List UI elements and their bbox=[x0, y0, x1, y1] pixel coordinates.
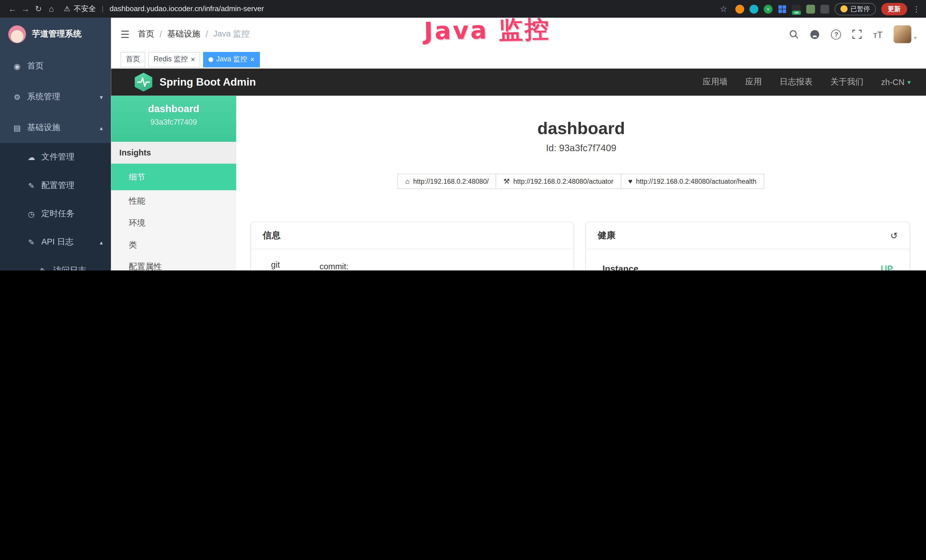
page-subtitle: Id: 93a3fc7f7409 bbox=[236, 143, 926, 153]
tab-label: 首页 bbox=[126, 54, 140, 65]
header-actions: ? тT ▾ bbox=[778, 26, 917, 43]
fullscreen-icon[interactable] bbox=[852, 30, 862, 39]
main-area: ☰ 首页 / 基础设施 / Java 监控 ? тT bbox=[111, 18, 926, 271]
tab-label: Redis 监控 bbox=[153, 54, 188, 65]
breadcrumb-infra[interactable]: 基础设施 bbox=[167, 29, 200, 39]
breadcrumb-home[interactable]: 首页 bbox=[138, 29, 154, 39]
profile-avatar-icon bbox=[840, 5, 847, 12]
extension-icon-leaf[interactable] bbox=[806, 5, 815, 14]
sidebar-item-label: API 日志 bbox=[41, 237, 74, 247]
app-logo[interactable]: 芋道管理系统 bbox=[0, 18, 111, 51]
reload-icon[interactable]: ↻ bbox=[32, 4, 45, 14]
card-title: 健康 bbox=[598, 230, 616, 241]
browser-toolbar-right: ☆ v on 已暂停 更新 ⋮ bbox=[717, 3, 920, 15]
sidebar-item-infra[interactable]: ▤ 基础设施 ▴ bbox=[0, 112, 111, 143]
app-header: ☰ 首页 / 基础设施 / Java 监控 ? тT bbox=[111, 18, 926, 51]
sidebar-item-config[interactable]: ✎ 配置管理 bbox=[0, 171, 111, 200]
sidebar-section-insights: Insights bbox=[111, 142, 236, 164]
clock-icon: ◷ bbox=[26, 209, 36, 218]
bookmark-star-icon[interactable]: ☆ bbox=[717, 4, 730, 14]
sidebar-item-home[interactable]: ◉ 首页 bbox=[0, 51, 111, 82]
security-label: 不安全 bbox=[74, 4, 96, 14]
chevron-up-icon: ▴ bbox=[100, 239, 103, 246]
github-icon[interactable] bbox=[810, 29, 820, 39]
browser-menu-icon[interactable]: ⋮ bbox=[912, 5, 920, 14]
sba-nav-journal[interactable]: 日志报表 bbox=[779, 77, 813, 87]
sidebar-item-api-log[interactable]: ✎ API 日志 ▴ bbox=[0, 228, 111, 256]
address-separator: | bbox=[102, 5, 104, 13]
locale-label: zh-CN bbox=[881, 77, 905, 87]
close-icon[interactable]: × bbox=[250, 56, 255, 63]
page-title: dashboard bbox=[236, 119, 926, 138]
chrome-update-button[interactable]: 更新 bbox=[881, 3, 907, 15]
instance-links: ⌂ http://192.168.0.2:48080/ ⚒ http://192… bbox=[236, 174, 926, 189]
card-health-header: 健康 ↺ bbox=[586, 222, 909, 249]
dashboard-icon: ◉ bbox=[12, 62, 22, 70]
sba-menu-classes[interactable]: 类 bbox=[111, 234, 236, 256]
instance-id: 93a3fc7f7409 bbox=[111, 118, 236, 126]
hamburger-icon[interactable]: ☰ bbox=[120, 28, 130, 40]
sba-menu-env[interactable]: 环境 bbox=[111, 212, 236, 234]
card-info: 信息 git commit: time: 1596289704000 id: 2… bbox=[251, 222, 573, 271]
help-icon[interactable]: ? bbox=[831, 29, 841, 39]
sidebar-item-access-log[interactable]: ✎ 访问日志 bbox=[0, 256, 111, 271]
tab-redis-monitor[interactable]: Redis 监控 × bbox=[148, 51, 200, 67]
user-avatar[interactable] bbox=[894, 26, 911, 43]
search-icon[interactable] bbox=[790, 30, 799, 39]
sidebar-item-job[interactable]: ◷ 定时任务 bbox=[0, 200, 111, 228]
link-url: http://192.168.0.2:48080/actuator/health bbox=[636, 178, 756, 185]
question-glyph: ? bbox=[831, 29, 841, 39]
extension-icon-drop[interactable] bbox=[749, 5, 758, 14]
chevron-up-icon: ▴ bbox=[100, 124, 103, 131]
sba-locale-select[interactable]: zh-CN ▾ bbox=[881, 77, 911, 87]
security-warning-icon: ⚠ bbox=[64, 5, 70, 13]
info-key: git bbox=[263, 260, 320, 271]
tab-java-monitor[interactable]: Java 监控 × bbox=[203, 51, 260, 67]
status-badge: UP bbox=[881, 263, 893, 271]
browser-home-icon[interactable]: ⌂ bbox=[45, 4, 58, 14]
infra-icon: ▤ bbox=[12, 123, 22, 132]
font-size-icon[interactable]: тT bbox=[873, 29, 883, 39]
extensions-puzzle-icon[interactable] bbox=[820, 5, 829, 14]
breadcrumb-separator: / bbox=[206, 30, 208, 39]
sba-nav-wallboard[interactable]: 应用墙 bbox=[703, 77, 728, 87]
instance-selector[interactable]: dashboard 93a3fc7f7409 bbox=[111, 96, 236, 142]
sba-nav-applications[interactable]: 应用 bbox=[745, 77, 762, 87]
chevron-down-icon: ▾ bbox=[908, 78, 911, 86]
extension-icon-v[interactable]: v bbox=[764, 5, 773, 14]
extension-icon-grid[interactable] bbox=[778, 5, 787, 14]
home-icon: ⌂ bbox=[405, 177, 410, 185]
url-text: dashboard.yudao.iocoder.cn/infra/admin-s… bbox=[109, 5, 264, 13]
chevron-down-icon[interactable]: ▾ bbox=[914, 35, 917, 41]
health-url-link[interactable]: ♥ http://192.168.0.2:48080/actuator/heal… bbox=[620, 174, 764, 189]
sba-brand-title[interactable]: Spring Boot Admin bbox=[159, 76, 256, 88]
health-row[interactable]: Instance UP bbox=[598, 260, 898, 271]
sba-menu-details[interactable]: 细节 bbox=[111, 164, 236, 190]
back-icon[interactable]: ← bbox=[6, 4, 19, 14]
sba-sidebar: dashboard 93a3fc7f7409 Insights 细节 性能 环境… bbox=[111, 96, 236, 271]
extension-icon-switch[interactable]: on bbox=[792, 5, 801, 14]
link-url: http://192.168.0.2:48080/ bbox=[413, 178, 489, 185]
extension-icon-orange[interactable] bbox=[735, 5, 744, 14]
instance-header: dashboard Id: 93a3fc7f7409 bbox=[236, 119, 926, 153]
sba-menu-configprops[interactable]: 配置属性 bbox=[111, 256, 236, 271]
actuator-url-link[interactable]: ⚒ http://192.168.0.2:48080/actuator bbox=[496, 174, 621, 189]
health-instance-label: Instance bbox=[602, 263, 638, 271]
address-bar[interactable]: ⚠ 不安全 | dashboard.yudao.iocoder.cn/infra… bbox=[64, 4, 264, 14]
sba-navbar: Spring Boot Admin 应用墙 应用 日志报表 关于我们 zh-CN… bbox=[111, 68, 926, 95]
breadcrumb-current: Java 监控 bbox=[213, 29, 250, 39]
forward-icon[interactable]: → bbox=[19, 4, 32, 14]
close-icon[interactable]: × bbox=[191, 56, 195, 63]
profile-paused-badge[interactable]: 已暂停 bbox=[834, 3, 876, 15]
cloud-icon: ☁ bbox=[26, 153, 36, 162]
tab-home[interactable]: 首页 bbox=[120, 51, 145, 67]
history-icon[interactable]: ↺ bbox=[890, 230, 898, 241]
edit-icon: ✎ bbox=[26, 181, 36, 190]
service-url-link[interactable]: ⌂ http://192.168.0.2:48080/ bbox=[398, 174, 496, 189]
sidebar-item-system[interactable]: ⚙ 系统管理 ▾ bbox=[0, 82, 111, 112]
sba-nav-about[interactable]: 关于我们 bbox=[830, 77, 863, 87]
sba-menu-metrics[interactable]: 性能 bbox=[111, 190, 236, 212]
spring-boot-admin-logo-icon[interactable] bbox=[135, 73, 152, 92]
sidebar-item-files[interactable]: ☁ 文件管理 bbox=[0, 143, 111, 171]
admin-menu: ◉ 首页 ⚙ 系统管理 ▾ ▤ 基础设施 ▴ ☁ 文件管理 ✎ 配置管 bbox=[0, 51, 111, 271]
